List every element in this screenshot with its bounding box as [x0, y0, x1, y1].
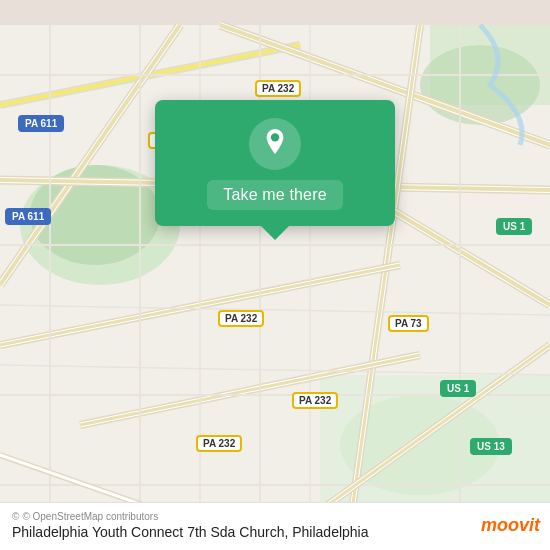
road-badge-pa232-4: PA 232 — [292, 392, 338, 409]
road-badge-pa232-3: PA 232 — [218, 310, 264, 327]
svg-point-47 — [271, 133, 279, 141]
location-name: Philadelphia Youth Connect 7th Sda Churc… — [12, 524, 288, 540]
bottom-bar: © © OpenStreetMap contributors Philadelp… — [0, 502, 550, 550]
road-badge-pa611-1: PA 611 — [18, 115, 64, 132]
road-badge-us13: US 13 — [470, 438, 512, 455]
road-badge-us1-1: US 1 — [496, 218, 532, 235]
map-container: PA 611 PA 73 PA 232 PA 232 PA 611 PA 232… — [0, 0, 550, 550]
road-badge-pa611-2: PA 611 — [5, 208, 51, 225]
moovit-logo-text: moovit — [481, 515, 540, 536]
copyright-text: © © OpenStreetMap contributors — [12, 511, 538, 522]
copyright-label: © OpenStreetMap contributors — [22, 511, 158, 522]
road-badge-pa232-1: PA 232 — [255, 80, 301, 97]
moovit-logo: moovit — [481, 515, 540, 536]
take-me-there-button[interactable]: Take me there — [207, 180, 342, 210]
road-badge-pa73-2: PA 73 — [388, 315, 429, 332]
copyright-symbol: © — [12, 511, 19, 522]
location-city: Philadelphia — [292, 524, 368, 540]
road-badge-us1-2: US 1 — [440, 380, 476, 397]
road-badge-pa232-5: PA 232 — [196, 435, 242, 452]
popup-icon-container — [249, 118, 301, 170]
svg-point-4 — [420, 45, 540, 125]
location-pin-icon — [260, 129, 290, 159]
location-title: Philadelphia Youth Connect 7th Sda Churc… — [12, 524, 538, 540]
location-popup: Take me there — [155, 100, 395, 226]
